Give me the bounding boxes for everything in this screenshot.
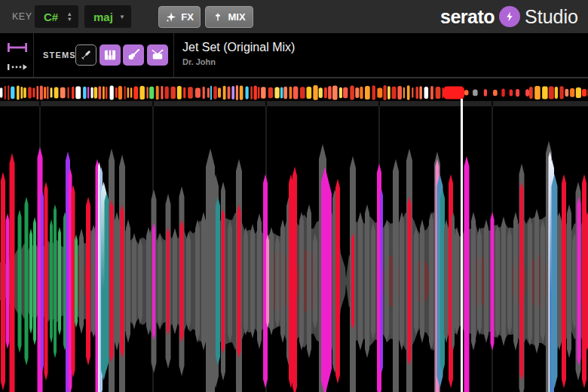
top-toolbar: KEY C# ▲ ▼ maj ▼ FX MIX bbox=[0, 0, 588, 34]
mix-button-label: MIX bbox=[228, 11, 245, 23]
overview-waveform[interactable] bbox=[0, 85, 588, 100]
key-label: KEY bbox=[12, 0, 32, 33]
fx-button-label: FX bbox=[181, 11, 194, 23]
studio-wordmark: Studio bbox=[525, 6, 578, 28]
timeline-ticks bbox=[0, 101, 588, 106]
divider bbox=[173, 33, 174, 77]
serato-logo: serato Studio bbox=[440, 0, 578, 33]
fx-button[interactable]: FX bbox=[158, 6, 201, 28]
stem-vocals-button[interactable] bbox=[75, 44, 96, 66]
key-value-select[interactable]: C# ▲ ▼ bbox=[35, 5, 78, 28]
lightning-bolt-icon bbox=[499, 6, 520, 27]
mix-button[interactable]: MIX bbox=[205, 6, 253, 28]
drums-icon bbox=[150, 47, 165, 63]
waveform-svg bbox=[0, 106, 588, 392]
piano-icon bbox=[103, 47, 118, 63]
stepper-down-icon[interactable]: ▼ bbox=[67, 17, 72, 22]
stem-melody-button[interactable] bbox=[100, 44, 121, 66]
key-value: C# bbox=[44, 11, 64, 23]
stems-label: STEMS bbox=[43, 33, 76, 77]
guitar-icon bbox=[126, 47, 141, 63]
serato-wordmark: serato bbox=[440, 6, 495, 28]
chevron-down-icon: ▼ bbox=[119, 14, 125, 20]
serato-studio-app: KEY C# ▲ ▼ maj ▼ FX MIX bbox=[0, 0, 588, 392]
microphone-icon bbox=[78, 47, 93, 63]
timeline-ruler[interactable] bbox=[0, 101, 588, 106]
track-bar: STEMS bbox=[0, 33, 588, 78]
key-scale-select[interactable]: maj ▼ bbox=[84, 5, 131, 28]
fader-icon bbox=[213, 11, 223, 23]
sparkle-icon bbox=[165, 11, 176, 23]
track-title: Jet Set (Original Mix) bbox=[182, 41, 295, 54]
track-artist: Dr. John bbox=[182, 57, 295, 66]
time-stretch-icon[interactable] bbox=[8, 41, 29, 55]
main-waveform[interactable] bbox=[0, 106, 588, 392]
play-direction-icon[interactable] bbox=[8, 60, 29, 74]
divider bbox=[33, 33, 34, 77]
key-scale-value: maj bbox=[93, 11, 115, 23]
playhead[interactable] bbox=[461, 99, 463, 392]
stem-bass-button[interactable] bbox=[123, 44, 144, 66]
key-stepper-icon[interactable]: ▲ ▼ bbox=[67, 11, 72, 22]
track-info: Jet Set (Original Mix) Dr. John bbox=[182, 41, 295, 66]
stem-drums-button[interactable] bbox=[147, 44, 168, 66]
